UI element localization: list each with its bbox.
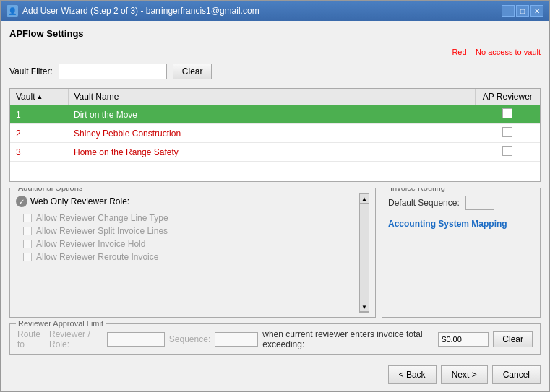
sort-arrow-vault: ▲ (36, 93, 43, 100)
close-button[interactable]: ✕ (530, 5, 543, 17)
next-button[interactable]: Next > (441, 365, 488, 384)
invoice-routing-panel: Invoice Routing Default Sequence: Accoun… (382, 188, 541, 318)
table-row[interactable]: 3 Home on the Range Safety (10, 143, 540, 162)
reviewer-approval-panel: Reviewer Approval Limit Route to Reviewe… (9, 323, 541, 355)
section-title: APFlow Settings (9, 28, 541, 39)
maximize-button[interactable]: □ (516, 5, 529, 17)
default-seq-input[interactable] (465, 196, 494, 210)
option-checkbox-1[interactable] (23, 214, 32, 222)
additional-options-panel: Additional Options ✓ Web Only Reviewer R… (9, 188, 376, 318)
option-label-3: Allow Reviewer Invoice Hold (36, 239, 145, 249)
default-seq-row: Default Sequence: (388, 196, 534, 210)
additional-options-title: Additional Options (16, 188, 85, 192)
main-window: 👤 Add User Wizard (Step 2 of 3) - barrin… (0, 0, 550, 392)
vault-name: Home on the Range Safety (68, 143, 475, 162)
window-icon: 👤 (7, 5, 18, 17)
vault-id: 1 (10, 105, 68, 124)
table-row[interactable]: 1 Dirt on the Move (10, 105, 540, 124)
option-row-3: Allow Reviewer Invoice Hold (23, 239, 358, 249)
amount-input[interactable] (438, 332, 489, 347)
when-label: when current reviewer enters invoice tot… (262, 329, 434, 349)
option-row-1: Allow Reviewer Change Line Type (23, 213, 358, 223)
vault-filter-input[interactable] (59, 64, 167, 79)
scroll-up-arrow[interactable]: ▲ (359, 193, 369, 204)
vault-name: Dirt on the Move (68, 105, 475, 124)
ap-checkbox-1[interactable] (502, 108, 512, 118)
col-header-ap-reviewer[interactable]: AP Reviewer (475, 89, 540, 105)
col-header-vault[interactable]: Vault ▲ (10, 89, 68, 105)
option-label-1: Allow Reviewer Change Line Type (36, 213, 168, 223)
reviewer-role-field-label: Reviewer / Role: (49, 329, 103, 349)
content-area: APFlow Settings Red = No access to vault… (1, 21, 549, 391)
title-bar-left: 👤 Add User Wizard (Step 2 of 3) - barrin… (7, 5, 259, 17)
invoice-routing-title: Invoice Routing (388, 188, 447, 192)
vault-name: Shiney Pebble Construction (68, 124, 475, 143)
vault-id: 3 (10, 143, 68, 162)
lower-section: Additional Options ✓ Web Only Reviewer R… (9, 188, 541, 318)
col-header-vault-name[interactable]: Vault Name (68, 89, 475, 105)
scroll-bar: ▲ ▼ (359, 193, 369, 313)
scroll-down-arrow[interactable]: ▼ (359, 302, 369, 312)
option-checkbox-2[interactable] (23, 227, 32, 235)
sequence-input[interactable] (215, 332, 258, 347)
reviewer-role-label: Web Only Reviewer Role: (30, 196, 129, 206)
option-checkbox-4[interactable] (23, 253, 32, 261)
ap-checkbox-2[interactable] (502, 127, 512, 137)
title-controls: — □ ✕ (502, 5, 543, 17)
ap-checkbox-3[interactable] (502, 146, 512, 156)
default-seq-label: Default Sequence: (388, 198, 460, 208)
route-to-label: Route to (17, 329, 45, 349)
ap-checkbox-cell (475, 124, 540, 143)
minimize-button[interactable]: — (502, 5, 515, 17)
vault-filter-clear-button[interactable]: Clear (173, 64, 212, 79)
reviewer-role-row: ✓ Web Only Reviewer Role: (16, 196, 358, 207)
table-row[interactable]: 2 Shiney Pebble Construction (10, 124, 540, 143)
back-button[interactable]: < Back (388, 365, 437, 384)
accounting-system-mapping-title: Accounting System Mapping (388, 219, 534, 229)
table-header-row: Vault ▲ Vault Name AP Reviewer (10, 89, 540, 105)
option-checkbox-3[interactable] (23, 240, 32, 248)
option-label-2: Allow Reviewer Split Invoice Lines (36, 226, 168, 236)
reviewer-role-check-icon: ✓ (16, 196, 27, 207)
option-row-4: Allow Reviewer Reroute Invoice (23, 252, 358, 262)
ap-checkbox-cell (475, 105, 540, 124)
scroll-area: ✓ Web Only Reviewer Role: Allow Reviewer… (16, 193, 369, 313)
option-row-2: Allow Reviewer Split Invoice Lines (23, 226, 358, 236)
bottom-buttons: < Back Next > Cancel (9, 361, 541, 384)
option-label-4: Allow Reviewer Reroute Invoice (36, 252, 158, 262)
cancel-button[interactable]: Cancel (492, 365, 541, 384)
vault-filter-label: Vault Filter: (9, 66, 53, 77)
sequence-label: Sequence: (169, 334, 210, 344)
approval-clear-button[interactable]: Clear (493, 331, 533, 347)
vault-table-container: Vault ▲ Vault Name AP Reviewer (9, 88, 541, 182)
red-note: Red = No access to vault (9, 48, 541, 56)
reviewer-role-input[interactable] (107, 332, 165, 347)
vault-filter-row: Vault Filter: Clear (9, 64, 541, 79)
reviewer-approval-title: Reviewer Approval Limit (16, 319, 106, 328)
scroll-thumb[interactable] (360, 204, 369, 302)
vault-id: 2 (10, 124, 68, 143)
vault-table: Vault ▲ Vault Name AP Reviewer (10, 89, 540, 162)
window-title: Add User Wizard (Step 2 of 3) - barringe… (22, 6, 259, 16)
ap-checkbox-cell (475, 143, 540, 162)
title-bar: 👤 Add User Wizard (Step 2 of 3) - barrin… (1, 1, 549, 21)
